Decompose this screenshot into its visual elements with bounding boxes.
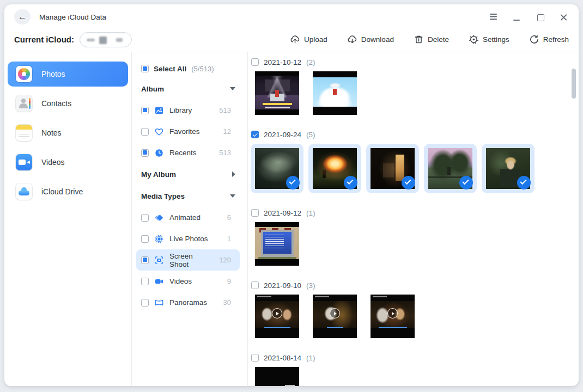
photo-group: 2021-09-24 (5): [251, 129, 579, 193]
photo-row: [251, 295, 579, 338]
filter-item-screen-shoot[interactable]: Screen Shoot 120: [136, 249, 240, 271]
section-title: Album: [141, 85, 164, 93]
videos-checkbox[interactable]: [141, 278, 149, 285]
library-checkbox[interactable]: [141, 107, 149, 114]
filter-item-videos[interactable]: Videos 9: [136, 271, 240, 292]
photo-thumbnail-selected[interactable]: [482, 144, 535, 193]
panoramas-checkbox[interactable]: [141, 299, 149, 307]
minimize-button[interactable]: [513, 13, 521, 21]
photos-app-icon: [16, 66, 32, 82]
selected-check-icon: [402, 176, 415, 189]
photo-gallery: 2021-10-12 (2) 2021-09-24 (5): [248, 52, 579, 386]
heart-icon: [154, 127, 164, 137]
photo-thumbnail[interactable]: [255, 222, 299, 266]
photo-group: 2021-09-12 (1): [251, 207, 579, 266]
filter-item-animated[interactable]: Animated 6: [136, 207, 240, 228]
section-header-media-types[interactable]: Media Types: [132, 185, 247, 207]
photo-thumbnail-selected[interactable]: [308, 144, 361, 193]
filter-item-recents[interactable]: Recents 513: [136, 142, 240, 163]
title-bar: ← Manage iCloud Data: [4, 4, 579, 27]
animated-icon: [154, 213, 164, 223]
download-button[interactable]: Download: [347, 34, 394, 45]
photo-row: [251, 222, 579, 266]
section-title: Media Types: [141, 192, 185, 200]
animated-checkbox[interactable]: [141, 214, 149, 222]
video-thumbnail[interactable]: [371, 295, 415, 338]
group-count: (1): [306, 209, 315, 217]
section-header-album[interactable]: Album: [132, 78, 247, 100]
sidebar-item-notes[interactable]: Notes: [8, 120, 128, 145]
filter-item-library[interactable]: Library 513: [136, 100, 240, 121]
back-button[interactable]: ←: [14, 9, 31, 24]
upload-label: Upload: [304, 35, 327, 44]
section-header-my-album[interactable]: My Album: [132, 163, 247, 185]
filter-item-count: 6: [227, 213, 231, 222]
trash-icon: [414, 34, 424, 45]
photo-row: [251, 144, 579, 193]
photo-thumbnail-selected[interactable]: [251, 144, 303, 193]
window-controls: [489, 13, 568, 21]
chevron-down-icon: [230, 194, 235, 198]
group-checkbox[interactable]: [251, 58, 259, 66]
filter-item-label: Animated: [169, 213, 201, 222]
favorites-checkbox[interactable]: [141, 128, 149, 136]
sidebar-item-photos[interactable]: Photos: [8, 62, 128, 87]
close-button[interactable]: [560, 13, 568, 21]
clock-icon: [154, 148, 164, 158]
photo-thumbnail-selected[interactable]: [424, 144, 477, 193]
toolbar-actions: Upload Download Delete: [290, 34, 569, 45]
maximize-button[interactable]: [536, 13, 544, 21]
sidebar-item-icloud-drive[interactable]: iCloud Drive: [8, 179, 128, 204]
live-photos-checkbox[interactable]: [141, 235, 149, 243]
selected-check-icon: [286, 176, 300, 189]
cloud-upload-icon: [290, 34, 300, 45]
group-date: 2021-09-24: [264, 131, 301, 139]
filter-item-favorites[interactable]: Favorites 12: [136, 121, 240, 142]
current-icloud-label: Current iCloud:: [14, 35, 74, 44]
select-all-row[interactable]: Select All (5/513): [132, 59, 247, 78]
photo-thumbnail[interactable]: [313, 71, 357, 115]
group-checkbox[interactable]: [251, 209, 259, 217]
photo-thumbnail-selected[interactable]: [366, 144, 419, 193]
sidebar-item-videos[interactable]: Videos: [8, 150, 128, 175]
filter-item-live-photos[interactable]: Live Photos 1: [136, 228, 240, 249]
filter-item-count: 120: [219, 256, 231, 264]
refresh-icon: [529, 34, 539, 45]
photo-group: 2021-10-12 (2): [251, 57, 579, 115]
screen-shoot-checkbox[interactable]: [141, 256, 149, 264]
group-date: 2021-09-10: [264, 281, 301, 290]
menu-icon[interactable]: [489, 13, 497, 21]
photo-thumbnail[interactable]: [255, 71, 299, 115]
photo-thumbnail[interactable]: [255, 367, 299, 386]
vertical-scrollbar[interactable]: [572, 69, 576, 99]
group-checkbox-checked[interactable]: [251, 131, 259, 138]
live-photo-icon: [154, 234, 164, 244]
filter-panel: Select All (5/513) Album Library 513: [132, 52, 248, 386]
upload-button[interactable]: Upload: [290, 34, 327, 45]
contacts-app-icon: [16, 95, 32, 112]
photo-group: 2021-08-14 (1): [251, 352, 579, 386]
refresh-button[interactable]: Refresh: [529, 34, 569, 45]
group-checkbox[interactable]: [251, 354, 259, 362]
filter-item-panoramas[interactable]: Panoramas 30: [136, 292, 240, 313]
delete-button[interactable]: Delete: [414, 34, 449, 45]
video-thumbnail[interactable]: [313, 295, 357, 338]
settings-button[interactable]: Settings: [469, 34, 509, 45]
delete-label: Delete: [428, 35, 449, 44]
icloud-account-pill[interactable]: [80, 32, 132, 47]
video-thumbnail[interactable]: [255, 295, 299, 338]
group-checkbox[interactable]: [251, 281, 259, 289]
select-all-checkbox[interactable]: [141, 65, 149, 72]
filter-item-count: 12: [223, 127, 231, 136]
sidebar-item-label: Photos: [41, 70, 65, 78]
sidebar-item-contacts[interactable]: Contacts: [8, 91, 128, 116]
select-all-label: Select All: [154, 65, 186, 73]
window-body: Photos Contacts Notes Videos iCloud Driv…: [4, 52, 579, 386]
recents-checkbox[interactable]: [141, 149, 149, 157]
window-title: Manage iCloud Data: [39, 13, 106, 21]
filter-item-label: Favorites: [169, 127, 200, 136]
back-arrow-icon: ←: [18, 13, 27, 21]
settings-label: Settings: [483, 35, 509, 44]
filter-item-label: Live Photos: [169, 235, 208, 243]
gear-icon: [469, 34, 479, 45]
